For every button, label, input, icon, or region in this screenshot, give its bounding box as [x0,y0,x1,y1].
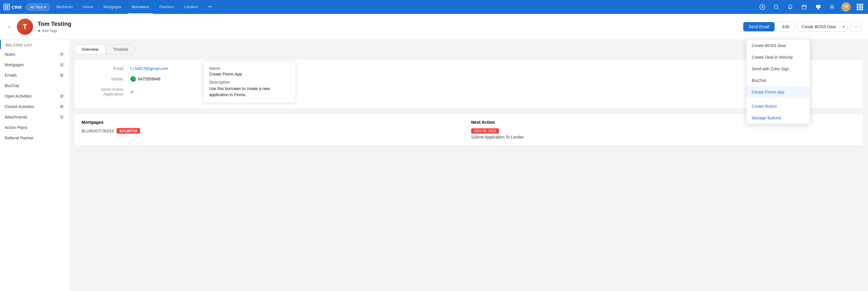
record-header: ← T Tom Testing ◆ Add Tags Send Email Ed… [0,14,868,40]
mortgage-id[interactable]: BLUROOT-00243 [82,129,114,133]
logo-icon [3,4,10,10]
record-name: Tom Testing [38,21,739,27]
sidebar-item-attachments[interactable]: Attachments 1 [0,112,69,122]
nav-item-borrowers[interactable]: Borrowers [128,0,153,14]
send-online-value: ✓ [130,89,134,95]
sidebar-label-bluchat: BluChat [5,83,19,88]
sidebar-badge-emails: 6 [59,73,65,77]
all-tabs-pill[interactable]: All Tabs ▾ [26,3,50,11]
mortgages-section: Mortgages BLUROOT-00243 $33,88716 Next A… [74,114,863,146]
sidebar-label-notes: Notes [5,52,16,57]
create-boss-deal-dropdown-arrow[interactable]: ▾ [840,22,847,31]
dropdown-divider [746,99,810,99]
email-label: Email [84,66,130,71]
app-logo[interactable]: CRM [3,4,22,10]
chevron-down-icon: ▾ [44,5,46,9]
diamond-icon: ◆ [38,29,40,32]
phone-dial-icon[interactable] [813,2,823,11]
sidebar-badge-open-activities: 2 [59,94,65,98]
dropdown-manage-buttons[interactable]: Manage Buttons [746,112,810,124]
svg-rect-3 [7,7,8,9]
sidebar-item-bluchat[interactable]: BluChat [0,81,69,91]
mortgages-col: Mortgages BLUROOT-00243 $33,88716 [82,120,466,139]
mortgage-amount: $33,88716 [117,128,140,134]
mortgage-item: BLUROOT-00243 $33,88716 [82,128,466,134]
edit-button[interactable]: Edit [777,22,795,32]
tooltip-desc-label: Description: [209,80,290,85]
sidebar-badge-mortgages: 1 [59,63,65,67]
sidebar-item-mortgages[interactable]: Mortgages 1 [0,60,69,70]
tab-overview[interactable]: Overview [74,45,105,54]
nav-item-lenders[interactable]: Lenders [180,0,202,14]
bell-icon[interactable] [785,2,795,11]
dropdown-create-button[interactable]: Create Button [746,100,810,112]
svg-rect-1 [7,5,8,7]
add-tags-label: Add Tags [42,28,57,33]
svg-point-5 [774,5,778,8]
contact-info-card: Email t.r.hall23@gmail.com Mobile 📞 6475… [74,59,863,109]
back-button[interactable]: ← [7,24,12,30]
svg-rect-7 [816,5,817,6]
sidebar-badge-closed-activities: 5 [59,105,65,109]
finmo-tooltip: Name: Create Finmo App Description: Use … [203,61,296,103]
sidebar-item-emails[interactable]: Emails 6 [0,70,69,81]
all-tabs-label: All Tabs [30,5,43,9]
settings-icon[interactable] [827,2,837,11]
add-icon[interactable] [758,2,767,11]
dropdown-create-boss-deal[interactable]: Create BOSS Deal [746,40,810,51]
avatar: T [17,19,33,35]
svg-rect-0 [5,5,6,7]
sidebar-item-referral-partner[interactable]: Referral Partner [0,133,69,143]
svg-rect-9 [819,5,820,6]
sidebar-label-attachments: Attachments [5,115,27,119]
dropdown-create-finmo-app[interactable]: Create Finmo App [746,86,810,98]
dropdown-send-zoho-sign[interactable]: Send with Zoho Sign [746,63,810,75]
nav-item-mortgages[interactable]: Mortgages [99,0,125,14]
content-tabs: Overview Timeline [74,45,863,54]
phone-icon: 📞 [130,76,136,82]
email-value[interactable]: t.r.hall23@gmail.com [130,66,168,71]
mobile-value: 📞 6475559948 [130,76,160,82]
create-boss-deal-split-button: Create BOSS Deal ▾ [797,22,848,32]
create-boss-deal-button[interactable]: Create BOSS Deal [798,22,840,31]
search-icon[interactable] [772,2,781,11]
sidebar-label-open-activities: Open Activities [5,94,32,98]
nav-item-bluadmin[interactable]: BluAdmin [52,0,76,14]
sidebar-section-related-list: Related List [0,40,69,49]
nav-item-home[interactable]: Home [79,0,97,14]
main-layout: Related List Notes 7 Mortgages 1 Emails … [0,40,868,291]
user-avatar[interactable]: TT [841,2,850,11]
add-tags-button[interactable]: ◆ Add Tags [38,28,739,33]
calendar-icon[interactable] [800,2,809,11]
nav-actions: TT [758,2,865,11]
more-options-button[interactable]: ··· [850,22,861,32]
tab-timeline[interactable]: Timeline [105,45,135,54]
send-online-label: Send Online Application [84,87,130,96]
next-action-text: Submit Application To Lender [471,135,856,139]
sidebar-item-notes[interactable]: Notes 7 [0,49,69,60]
top-navigation: CRM All Tabs ▾ BluAdmin Home Mortgages B… [0,0,868,14]
dropdown-create-deal-velocity[interactable]: Create Deal in Velocity [746,51,810,63]
mortgages-title: Mortgages [82,120,466,124]
nav-item-partners[interactable]: Partners [155,0,178,14]
header-actions: Send Email Edit Create BOSS Deal ▾ ··· [743,22,861,32]
send-email-button[interactable]: Send Email [743,22,775,31]
sidebar-label-referral-partner: Referral Partner [5,136,34,140]
sidebar-item-action-plans[interactable]: Action Plans [0,122,69,133]
record-info: Tom Testing ◆ Add Tags [38,21,739,33]
tooltip-desc-text: Use this borrower to create a new applic… [209,86,290,98]
sidebar-label-closed-activities: Closed Activities [5,104,34,109]
dropdown-bluchat[interactable]: BluChat [746,75,810,86]
sidebar-item-closed-activities[interactable]: Closed Activities 5 [0,101,69,112]
apps-grid-icon[interactable] [855,2,865,11]
svg-point-14 [831,6,833,8]
nav-item-more[interactable]: ••• [204,0,216,14]
svg-rect-13 [817,8,819,9]
phone-number: 6475559948 [138,77,160,81]
sidebar-badge-attachments: 1 [59,115,65,119]
svg-rect-6 [802,5,806,9]
email-row: Email t.r.hall23@gmail.com [84,66,854,71]
create-dropdown-menu: Create BOSS Deal Create Deal in Velocity… [746,39,810,124]
sidebar-item-open-activities[interactable]: Open Activities 2 [0,91,69,101]
svg-rect-10 [816,6,817,8]
